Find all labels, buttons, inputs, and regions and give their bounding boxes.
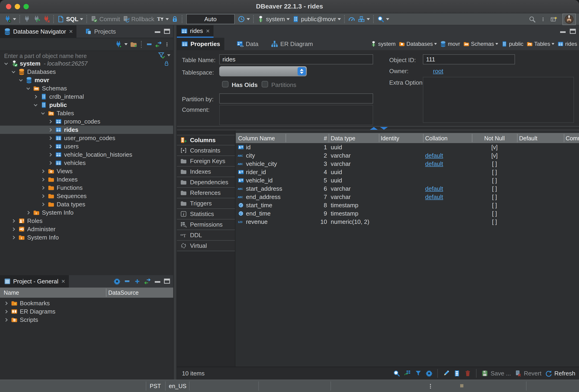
object-tab-references[interactable]: References <box>177 188 235 198</box>
column-header-column-name[interactable]: Column Name <box>238 135 275 142</box>
collapse-all-icon[interactable] <box>123 278 131 285</box>
tree-item-vehicles[interactable]: vehicles <box>0 159 173 167</box>
sync-columns-icon[interactable] <box>404 370 411 377</box>
expand-chevron-icon[interactable] <box>49 120 52 123</box>
expand-chevron-icon[interactable] <box>12 219 15 223</box>
transaction-history-button[interactable] <box>236 14 251 24</box>
column-divider[interactable] <box>379 134 379 142</box>
tab-project-general[interactable]: Project - General × <box>0 275 69 287</box>
tree-item-promo-codes[interactable]: promo_codes <box>0 117 173 126</box>
object-tab-statistics[interactable]: iStatistics <box>177 209 235 220</box>
column-header-default[interactable]: Default <box>519 135 537 142</box>
column-notnull-cell[interactable]: [v] <box>472 144 517 151</box>
reconnect-button[interactable] <box>32 14 41 24</box>
tree-item-rides[interactable]: rides <box>0 126 173 134</box>
column-divider[interactable] <box>329 134 329 142</box>
column-divider[interactable] <box>517 134 517 142</box>
object-tab-constraints[interactable]: Constraints <box>177 145 235 156</box>
dbeaver-perspective-button[interactable] <box>562 14 576 25</box>
view-menu-icon[interactable] <box>164 41 169 48</box>
section-splitter[interactable] <box>177 126 579 130</box>
column-header-name[interactable]: Name <box>4 289 19 296</box>
tree-item-system-info[interactable]: iSystem Info <box>0 208 173 217</box>
edit-icon[interactable] <box>442 370 450 377</box>
revert-button[interactable]: Revert <box>514 370 541 377</box>
column-collation-link[interactable]: default <box>425 193 443 201</box>
column-row-end-time[interactable]: end_time9timestamp[ ] <box>236 209 579 218</box>
collapse-chevron-icon[interactable] <box>19 78 23 82</box>
expand-chevron-icon[interactable] <box>41 194 45 198</box>
tree-item-sequences[interactable]: Sequences <box>0 192 173 200</box>
new-connection-button[interactable] <box>3 14 17 24</box>
collapse-chevron-icon[interactable] <box>41 112 45 115</box>
collapse-chevron-icon[interactable] <box>12 70 15 74</box>
subtab-data[interactable]: <>Data <box>232 38 263 50</box>
tree-item-databases[interactable]: Databases <box>0 68 173 76</box>
chevron-down-icon[interactable] <box>495 43 498 45</box>
tree-item-user-promo-codes[interactable]: user_promo_codes <box>0 134 173 142</box>
table-name-input[interactable] <box>219 54 373 64</box>
overflow-menu-icon[interactable] <box>541 16 545 23</box>
expand-chevron-icon[interactable] <box>41 169 45 173</box>
expand-chevron-icon[interactable] <box>49 136 52 140</box>
tree-item-system[interactable]: system- localhost:26257 <box>0 59 173 68</box>
maximize-panel-button[interactable] <box>164 279 170 284</box>
column-notnull-cell[interactable]: [ ] <box>472 185 517 192</box>
compare-data-button[interactable] <box>357 14 371 24</box>
has-oids-checkbox[interactable] <box>222 81 228 87</box>
tree-item-schemas[interactable]: Schemas <box>0 84 173 93</box>
subtab-er-diagram[interactable]: ER Diagram <box>267 38 317 50</box>
column-header-datasource[interactable]: DataSource <box>108 289 139 296</box>
tree-item-users[interactable]: users <box>0 142 173 150</box>
subtab-properties[interactable]: Properties <box>177 38 224 50</box>
chevron-down-icon[interactable] <box>434 43 437 45</box>
chevron-down-icon[interactable] <box>124 43 128 45</box>
column-row-vehicle-city[interactable]: ABCvehicle_city3varchardefault[ ] <box>236 160 579 168</box>
breadcrumb-item-rides[interactable]: rides <box>557 41 577 47</box>
column-row-rider-id[interactable]: rider_id4uuid[ ] <box>236 168 579 176</box>
column-header-col-2[interactable]: # <box>309 135 327 142</box>
tree-item-functions[interactable]: Functions <box>0 184 173 192</box>
tree-item-public[interactable]: public <box>0 101 173 109</box>
new-folder-icon[interactable] <box>130 41 137 48</box>
tab-projects[interactable]: Projects <box>81 25 120 38</box>
expand-chevron-icon[interactable] <box>12 236 15 239</box>
tree-item-vehicle-location-histories[interactable]: vehicle_location_histories <box>0 150 173 159</box>
link-with-editor-icon[interactable] <box>155 41 162 48</box>
expand-chevron-icon[interactable] <box>34 95 37 99</box>
expand-chevron-icon[interactable] <box>26 211 30 214</box>
auto-commit-select[interactable]: Auto <box>186 14 235 24</box>
gear-icon[interactable] <box>425 370 433 377</box>
object-tab-ddl[interactable]: <>TDDL <box>177 230 235 241</box>
delete-icon[interactable] <box>464 370 471 377</box>
column-notnull-cell[interactable]: [ ] <box>472 210 517 217</box>
column-notnull-cell[interactable]: [ ] <box>472 177 517 184</box>
expand-chevron-icon[interactable] <box>41 186 45 190</box>
refresh-button[interactable]: Refresh <box>545 370 575 377</box>
quick-access-search-button[interactable] <box>527 14 537 24</box>
close-tab-icon[interactable]: × <box>62 278 65 284</box>
column-header-data-type[interactable]: Data type <box>331 135 355 142</box>
object-tab-columns[interactable]: Columns <box>177 135 235 145</box>
collapse-chevron-icon[interactable] <box>26 87 30 90</box>
column-notnull-cell[interactable]: [ ] <box>472 169 517 176</box>
object-filter-input[interactable] <box>4 52 147 60</box>
collapse-chevron-icon[interactable] <box>4 62 8 65</box>
tree-item-indexes[interactable]: Indexes <box>0 175 173 184</box>
expand-chevron-icon[interactable] <box>4 318 8 322</box>
column-divider[interactable] <box>106 288 106 297</box>
status-locale[interactable]: en_US <box>169 383 186 390</box>
partition-by-input[interactable] <box>219 93 373 104</box>
expand-chevron-icon[interactable] <box>41 203 45 206</box>
column-divider[interactable] <box>564 134 564 142</box>
active-schema-select[interactable]: public@movr <box>291 14 342 24</box>
expand-chevron-icon[interactable] <box>49 145 52 148</box>
tree-item-roles[interactable]: Roles <box>0 217 173 225</box>
filter-settings-icon[interactable] <box>157 52 165 59</box>
expand-chevron-icon[interactable] <box>12 227 15 231</box>
owner-link[interactable]: root <box>433 68 443 75</box>
project-item-bookmarks[interactable]: Bookmarks <box>0 299 173 307</box>
tab-database-navigator[interactable]: Database Navigator × <box>0 25 76 38</box>
column-header-identity[interactable]: Identity <box>381 135 399 142</box>
connect-button[interactable] <box>22 14 32 24</box>
